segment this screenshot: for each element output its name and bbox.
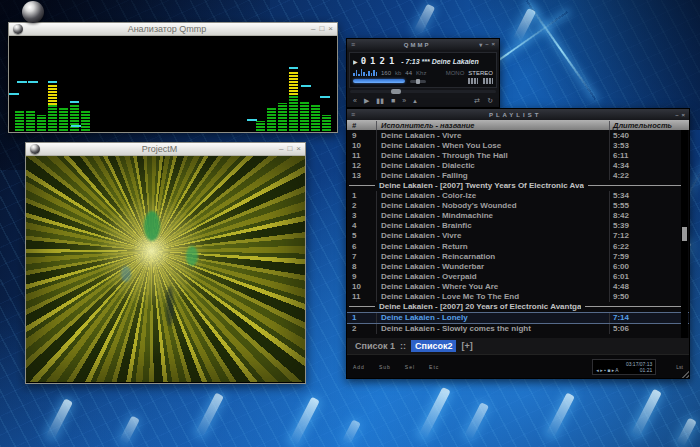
close-button[interactable]: × bbox=[491, 41, 495, 48]
close-button[interactable]: × bbox=[328, 25, 333, 33]
playlist-track-row[interactable]: 11Deine Lakaien - Love Me To The End9:50 bbox=[347, 292, 689, 302]
minimize-button[interactable]: – bbox=[311, 25, 315, 33]
tab-list2-active[interactable]: Список2 bbox=[411, 340, 456, 352]
projectm-window-icon bbox=[30, 144, 40, 154]
playlist-track-row[interactable]: 9Deine Lakaien - Overpaid6:01 bbox=[347, 271, 689, 281]
track-number: 8 bbox=[347, 261, 377, 271]
analyzer-window: Анализатор Qmmp – □ × bbox=[8, 22, 338, 133]
volume-slider[interactable] bbox=[353, 79, 405, 83]
playlist-track-row[interactable]: 2Deine Lakaien - Slowly comes the night5… bbox=[347, 324, 689, 334]
playlist-separator-row[interactable]: Deine Lakaien - [2007] Twenty Years Of E… bbox=[347, 180, 689, 190]
playlist-track-row[interactable]: 12Deine Lakaien - Dialectic4:34 bbox=[347, 160, 689, 170]
maximize-button[interactable]: □ bbox=[319, 25, 324, 33]
playlist-track-row[interactable]: 6Deine Lakaien - Return6:22 bbox=[347, 241, 689, 251]
playlist-track-row[interactable]: 5Deine Lakaien - Vivre7:12 bbox=[347, 231, 689, 241]
minimize-button[interactable]: – bbox=[279, 145, 283, 153]
track-title: Deine Lakaien - When You Lose bbox=[377, 141, 609, 150]
playlist-track-row[interactable]: 10Deine Lakaien - Where You Are4:48 bbox=[347, 281, 689, 291]
play-state-icon: ▶ bbox=[353, 58, 358, 65]
bitrate-value: 160 bbox=[381, 70, 391, 76]
track-title: Deine Lakaien - Reincarnation bbox=[377, 252, 609, 261]
track-title: Deine Lakaien - Wunderbar bbox=[377, 262, 609, 271]
track-title-marquee[interactable]: - 7:13 *** Deine Lakaien bbox=[401, 58, 493, 65]
track-number: 4 bbox=[347, 221, 377, 231]
eject-button[interactable]: ▴ bbox=[413, 97, 417, 104]
playlist-track-row[interactable]: 13Deine Lakaien - Falling4:22 bbox=[347, 170, 689, 180]
playlist-track-row[interactable]: 3Deine Lakaien - Mindmachine8:42 bbox=[347, 211, 689, 221]
track-title: Deine Lakaien - Slowly comes the night bbox=[377, 324, 609, 333]
add-button[interactable]: Add bbox=[353, 364, 365, 370]
add-tab-button[interactable]: [+] bbox=[461, 341, 472, 351]
playlist-track-row[interactable]: 9Deine Lakaien - Vivre5:40 bbox=[347, 130, 689, 140]
column-artist-title[interactable]: Исполнитель - название bbox=[377, 121, 609, 130]
playlist-track-row[interactable]: 10Deine Lakaien - When You Lose3:53 bbox=[347, 140, 689, 150]
peak-marker bbox=[28, 81, 38, 83]
spectrum-analyzer-canvas[interactable] bbox=[9, 36, 337, 132]
mini-vis-bar bbox=[373, 70, 375, 76]
scrollbar-handle[interactable] bbox=[682, 227, 687, 241]
etc-button[interactable]: Etc bbox=[429, 364, 439, 370]
playlist-scrollbar[interactable] bbox=[681, 130, 688, 338]
shuffle-button[interactable]: ⇄ bbox=[474, 97, 480, 104]
sel-button[interactable]: Sel bbox=[405, 364, 415, 370]
peak-marker bbox=[247, 119, 257, 121]
playlist-track-row[interactable]: 8Deine Lakaien - Wunderbar6:00 bbox=[347, 261, 689, 271]
minimize-button[interactable]: – bbox=[485, 41, 488, 48]
projectm-visualization[interactable] bbox=[26, 156, 305, 382]
playlist-header[interactable]: # Исполнитель - название Длительность bbox=[347, 120, 689, 130]
qmmp-orb-icon[interactable] bbox=[22, 1, 44, 23]
stop-button[interactable]: ■ bbox=[391, 97, 395, 104]
mini-transport-icons[interactable]: ◂ ▸ ▪ ■ ▸ A bbox=[596, 367, 618, 373]
bitrate-unit: kb bbox=[395, 70, 401, 76]
minimize-button[interactable]: – bbox=[675, 112, 678, 118]
sub-button[interactable]: Sub bbox=[379, 364, 391, 370]
repeat-button[interactable]: ↻ bbox=[487, 97, 493, 104]
previous-button[interactable]: « bbox=[353, 97, 357, 104]
elapsed-time-display[interactable]: 0121 bbox=[361, 56, 399, 66]
playlist-track-row[interactable]: 11Deine Lakaien - Through The Hall6:11 bbox=[347, 150, 689, 160]
playlist-current-track-row[interactable]: 1Deine Lakaien - Lonely7:14 bbox=[347, 312, 689, 324]
playlist-track-row[interactable]: 2Deine Lakaien - Nobody's Wounded5:55 bbox=[347, 201, 689, 211]
playlist-track-row[interactable]: 1Deine Lakaien - Color-Ize5:34 bbox=[347, 191, 689, 201]
pause-button[interactable]: ▮▮ bbox=[376, 97, 384, 104]
track-number: 13 bbox=[347, 170, 377, 180]
seek-handle[interactable] bbox=[391, 89, 401, 94]
close-button[interactable]: × bbox=[681, 112, 685, 118]
resize-grip[interactable] bbox=[679, 368, 689, 378]
playlist-track-row[interactable]: 7Deine Lakaien - Reincarnation7:59 bbox=[347, 251, 689, 261]
track-duration: 4:34 bbox=[609, 160, 689, 170]
vis-blob bbox=[144, 211, 160, 241]
light-streak bbox=[546, 392, 575, 437]
spectrum-bar bbox=[278, 103, 287, 131]
analyzer-titlebar[interactable]: Анализатор Qmmp – □ × bbox=[9, 23, 337, 36]
album-separator-label: Deine Lakaien - [2007] Twenty Years Of E… bbox=[379, 181, 584, 190]
lst-button[interactable]: Lst bbox=[676, 364, 683, 370]
equalizer-toggle-icon[interactable] bbox=[468, 78, 478, 84]
playlist-track-row[interactable]: 4Deine Lakaien - Brainfic5:39 bbox=[347, 221, 689, 231]
playlist-toggle-icon[interactable] bbox=[483, 78, 493, 84]
spectrum-bar bbox=[15, 111, 24, 131]
seek-bar[interactable] bbox=[350, 90, 496, 93]
mini-visualization[interactable] bbox=[353, 68, 377, 76]
next-button[interactable]: » bbox=[402, 97, 406, 104]
playlist-separator-row[interactable]: Deine Lakaien - [2007] 20 Years of Elect… bbox=[347, 302, 689, 312]
track-title: Deine Lakaien - Lonely bbox=[377, 313, 609, 322]
maximize-button[interactable]: □ bbox=[287, 145, 292, 153]
light-streak bbox=[119, 415, 140, 444]
tab-list1[interactable]: Список 1 bbox=[355, 341, 395, 351]
track-duration: 7:59 bbox=[609, 251, 689, 261]
spectrum-bar-peak-zone bbox=[289, 71, 298, 95]
player-titlebar[interactable]: ≡ QMMP ▾ – × bbox=[347, 39, 499, 50]
separator-line bbox=[349, 306, 375, 307]
column-duration[interactable]: Длительность bbox=[609, 121, 689, 130]
play-button[interactable]: ▶ bbox=[364, 97, 369, 104]
close-button[interactable]: × bbox=[296, 145, 301, 153]
column-number[interactable]: # bbox=[347, 121, 377, 130]
projectm-titlebar[interactable]: ProjectM – □ × bbox=[26, 143, 305, 156]
playlist-tab-bar: Список 1 :: Список2 [+] bbox=[347, 338, 689, 354]
playlist-window: ≡ PLAYLIST – × # Исполнитель - название … bbox=[346, 108, 690, 379]
shade-button[interactable]: ▾ bbox=[479, 41, 482, 48]
balance-slider[interactable] bbox=[410, 80, 426, 83]
playlist-titlebar[interactable]: ≡ PLAYLIST – × bbox=[347, 109, 689, 120]
mono-indicator: MONO bbox=[446, 70, 465, 76]
